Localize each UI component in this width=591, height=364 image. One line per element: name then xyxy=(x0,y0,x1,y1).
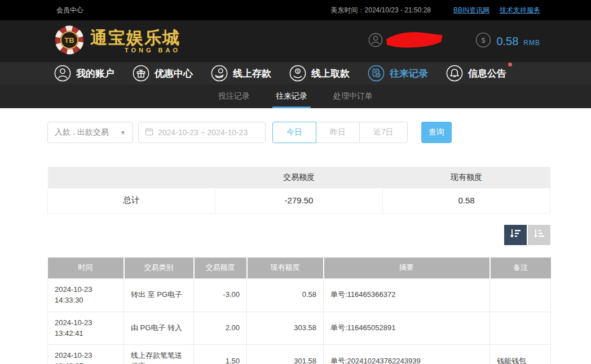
tab-pending-orders[interactable]: 处理中订单 xyxy=(330,85,376,108)
eastern-time-label: 美东时间：2024/10/23 - 21:50:28 xyxy=(331,6,431,15)
svg-text:TB: TB xyxy=(64,36,74,45)
summary-header-blank xyxy=(48,167,215,188)
search-button[interactable]: 查询 xyxy=(421,122,452,143)
cell-note xyxy=(490,312,551,345)
nav-item-my-account[interactable]: 我的账户 xyxy=(54,65,114,82)
tab-betting-records[interactable]: 投注记录 xyxy=(215,85,253,108)
date-range-input[interactable]: 2024-10-23 ~ 2024-10-23 xyxy=(138,122,266,143)
bell-icon xyxy=(446,65,463,82)
cell-amount: -3.00 xyxy=(194,279,247,312)
cell-balance: 303.58 xyxy=(247,312,324,345)
cell-type: 由 PG电子 转入 xyxy=(124,312,194,345)
quick-date-button-group: 今日 昨日 近7日 xyxy=(272,122,408,143)
balance-display[interactable]: $ 0.58 RMB xyxy=(475,32,540,50)
records-table: 时间 交易类别 交易额度 现有额度 摘要 备注 2024-10-23 14:33… xyxy=(47,258,551,364)
cell-time: 2024-10-23 14:33:30 xyxy=(48,279,124,312)
transaction-type-select[interactable]: 入款 . 出款交易 ▼ xyxy=(47,122,133,143)
site-logo[interactable]: TB 通宝娱乐城 TONG BAO xyxy=(54,25,180,57)
notification-badge xyxy=(508,63,512,66)
summary-transaction-total: -279.50 xyxy=(215,188,383,213)
col-header-balance: 现有额度 xyxy=(247,258,324,279)
svg-text:$: $ xyxy=(482,36,486,45)
table-row: 2024-10-23 14:33:30 转出 至 PG电子 -3.00 0.58… xyxy=(48,279,551,312)
cell-note: 钱能钱包 xyxy=(490,345,551,364)
cell-summary: 单号:116465366372 xyxy=(324,279,490,312)
svg-text:$: $ xyxy=(297,69,299,73)
cell-note xyxy=(490,279,551,312)
user-account-area[interactable] xyxy=(368,30,446,52)
col-header-summary: 摘要 xyxy=(324,258,490,279)
table-row: 2024-10-23 13:42:25 线上存款笔笔送优惠 1.50 301.5… xyxy=(48,345,551,364)
member-center-link[interactable]: 会员中心 xyxy=(56,6,83,15)
gift-icon xyxy=(133,65,149,82)
cell-type: 线上存款笔笔送优惠 xyxy=(124,345,194,364)
user-icon xyxy=(54,65,71,82)
poker-chip-icon: TB xyxy=(54,25,85,57)
dollar-icon: $ xyxy=(475,32,491,50)
col-header-time: 时间 xyxy=(48,258,124,279)
balance-currency: RMB xyxy=(523,39,540,47)
nav-item-announcements[interactable]: 信息公告 xyxy=(446,65,506,82)
deposit-icon xyxy=(211,65,228,82)
col-header-amount: 交易额度 xyxy=(194,258,247,279)
logo-subtitle: TONG BAO xyxy=(125,47,180,54)
nav-item-promotions[interactable]: 优惠中心 xyxy=(133,65,193,82)
cell-summary: 单号:116465052891 xyxy=(324,312,490,345)
cell-type: 转出 至 PG电子 xyxy=(124,279,194,312)
sort-descending-button[interactable] xyxy=(504,225,527,245)
col-header-type: 交易类别 xyxy=(124,258,194,279)
records-subnav: 投注记录 往来记录 处理中订单 xyxy=(0,85,591,108)
last-7-days-button[interactable]: 近7日 xyxy=(359,122,408,143)
summary-table: 交易额度 现有额度 总计 -279.50 0.58 xyxy=(47,167,550,214)
summary-header-current-balance: 现有额度 xyxy=(383,167,550,188)
sort-ascending-button[interactable] xyxy=(528,225,550,245)
chevron-down-icon: ▼ xyxy=(120,130,126,136)
cell-amount: 1.50 xyxy=(194,345,247,364)
nav-item-transaction-records[interactable]: 往来记录 xyxy=(368,65,428,82)
summary-header-transaction-amount: 交易额度 xyxy=(215,167,383,188)
summary-total-row: 总计 -279.50 0.58 xyxy=(48,188,550,213)
balance-amount: 0.58 xyxy=(496,35,518,48)
main-nav: 我的账户 优惠中心 线上存款 $ 线上取款 xyxy=(0,62,591,85)
cell-balance: 0.58 xyxy=(247,279,324,312)
nav-item-online-deposit[interactable]: 线上存款 xyxy=(211,65,271,82)
cell-time: 2024-10-23 13:42:41 xyxy=(48,312,124,345)
summary-balance-total: 0.58 xyxy=(383,188,550,213)
withdraw-icon: $ xyxy=(289,65,306,82)
calendar-icon xyxy=(145,127,153,137)
sort-asc-icon xyxy=(533,228,545,241)
filter-row: 入款 . 出款交易 ▼ 2024-10-23 ~ 2024-10-23 今日 昨… xyxy=(47,122,550,143)
summary-total-label: 总计 xyxy=(48,188,215,213)
username-redaction-scribble xyxy=(383,30,446,52)
today-button[interactable]: 今日 xyxy=(272,122,316,143)
avatar-icon xyxy=(368,33,383,50)
col-header-note: 备注 xyxy=(490,258,551,279)
records-icon xyxy=(368,65,385,82)
logo-title: 通宝娱乐城 xyxy=(90,29,180,46)
site-header: TB 通宝娱乐城 TONG BAO $ 0. xyxy=(0,20,591,62)
cell-amount: 2.00 xyxy=(194,312,247,345)
main-content: 入款 . 出款交易 ▼ 2024-10-23 ~ 2024-10-23 今日 昨… xyxy=(0,108,591,364)
cell-summary: 单号:202410243762243939 xyxy=(324,345,490,364)
sort-desc-icon xyxy=(509,228,522,241)
cell-balance: 301.58 xyxy=(247,345,324,364)
tech-support-link[interactable]: 技术支持服务 xyxy=(500,6,540,15)
tab-transaction-records[interactable]: 往来记录 xyxy=(272,85,311,108)
yesterday-button[interactable]: 昨日 xyxy=(316,122,360,143)
sort-controls xyxy=(47,225,550,245)
nav-item-online-withdraw[interactable]: $ 线上取款 xyxy=(289,65,350,82)
records-header-row: 时间 交易类别 交易额度 现有额度 摘要 备注 xyxy=(48,258,551,279)
table-row: 2024-10-23 13:42:41 由 PG电子 转入 2.00 303.5… xyxy=(48,312,551,345)
top-utility-bar: 会员中心 美东时间：2024/10/23 - 21:50:28 BBIN资讯网 … xyxy=(0,0,591,20)
cell-time: 2024-10-23 13:42:25 xyxy=(48,345,124,364)
bbin-news-link[interactable]: BBIN资讯网 xyxy=(453,6,489,15)
